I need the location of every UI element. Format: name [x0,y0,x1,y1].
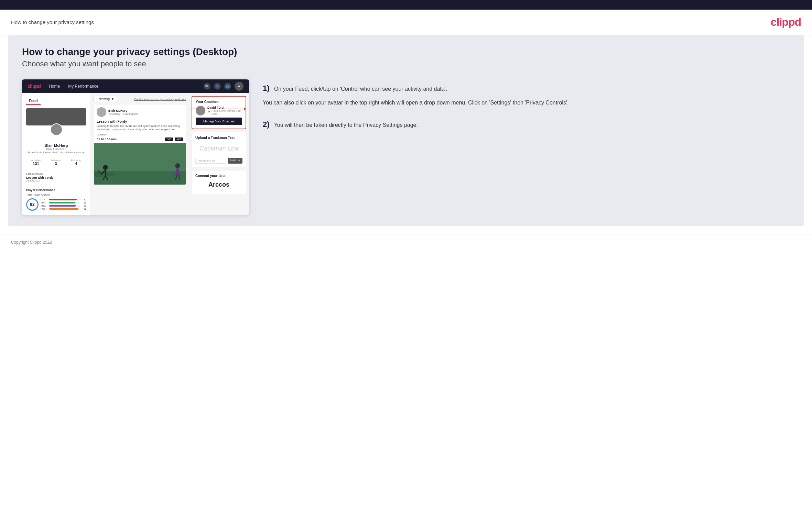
two-column-layout: clippd Home My Performance 🔍 👤 🌐 ▼ Feed [22,79,790,215]
tag-ott: OTT [165,137,173,141]
instructions-panel: 1) On your Feed, click/tap on 'Control w… [263,79,790,141]
post-duration: Duration [97,133,183,136]
coach-row: David Ford 📍 Royal North Devon Golf Club [196,106,242,115]
mini-logo: clippd [28,84,41,89]
mini-nav: clippd Home My Performance 🔍 👤 🌐 ▼ [22,79,249,93]
location-icon: 📍 [207,111,211,114]
header: How to change your privacy settings clip… [0,10,812,35]
control-privacy-link[interactable]: Control who can see your activity and da… [134,98,186,101]
post-tags: OTT APP [165,137,183,141]
bar-row-arg: ARG 86 [41,205,86,207]
post-body: Lesson with Fordy Looking to feel like m… [94,120,186,143]
mini-left-sidebar: Feed Blair McHarg Plus Handicap Royal No… [22,93,91,215]
instruction-step1-text: 1) On your Feed, click/tap on 'Control w… [263,82,790,107]
bar-row-putt: PUTT 96 [41,208,86,210]
profile-name: Blair McHarg [26,143,86,147]
profile-club: Royal North Devon Golf Club, United King… [26,151,86,154]
mini-main-feed: Following ▼ Control who can see your act… [91,93,189,215]
app-screenshot: clippd Home My Performance 🔍 👤 🌐 ▼ Feed [22,79,249,215]
quality-row: 92 OTT 90 APP 85 ARG 86 PUTT 9 [26,198,86,211]
user-icon: 👤 [214,83,221,90]
instruction-step2-text: 2) You will then be taken directly to th… [263,118,790,130]
performance-bars: OTT 90 APP 85 ARG 86 PUTT 96 [41,198,86,211]
svg-rect-10 [176,168,179,175]
mini-nav-performance: My Performance [68,84,98,89]
following-row: Following ▼ Control who can see your act… [94,96,186,102]
add-link-button[interactable]: Add Link [228,158,242,164]
profile-avatar [50,123,63,136]
clippd-logo: clippd [771,16,801,29]
quality-score: 92 [26,198,39,211]
stat-following: Following 4 [71,159,82,166]
stat-followers: Followers 3 [51,159,61,166]
bar-row-app: APP 85 [41,201,86,204]
top-bar [0,0,812,10]
footer: Copyright Clippd 2022 [0,234,812,250]
page-heading: How to change your privacy settings (Des… [22,46,790,57]
mini-nav-icons: 🔍 👤 🌐 ▼ [204,82,243,91]
copyright-text: Copyright Clippd 2022 [11,240,52,245]
mini-app-body: Feed Blair McHarg Plus Handicap Royal No… [22,93,249,215]
trackman-input-row: Trackman Link Add Link [195,158,242,164]
post-author-info: Blair McHarg Yesterday · Sunningdale [108,109,138,115]
search-icon: 🔍 [204,83,210,90]
svg-point-3 [103,165,108,170]
post-card: Blair McHarg Yesterday · Sunningdale Les… [94,104,186,185]
page-subheading: Choose what you want people to see [22,59,790,68]
profile-stats: Activities 131 Followers 3 Following 4 [26,157,86,168]
trackman-placeholder-text: Trackman Link [195,142,242,156]
post-image [94,143,186,185]
trackman-card: Upload a Trackman Test Trackman Link Tra… [192,132,246,167]
mini-right-panel: Your Coaches David Ford 📍 Royal North De… [189,93,249,215]
coach-avatar [196,106,205,115]
step2-num: 2) [263,120,270,129]
profile-handicap: Plus Handicap [26,147,86,151]
breadcrumb: How to change your privacy settings [11,19,94,25]
globe-icon: 🌐 [224,83,231,90]
coach-club-row: 📍 Royal North Devon Golf Club [207,109,242,115]
instruction-step2: 2) You will then be taken directly to th… [263,118,790,130]
post-author-avatar [97,107,106,117]
post-image-svg [94,143,186,185]
manage-coaches-button[interactable]: Manage Your Coaches [196,118,242,125]
avatar-button[interactable]: ▼ [235,82,243,91]
mini-nav-home: Home [49,84,60,89]
profile-info: Blair McHarg Plus Handicap Royal North D… [26,136,86,154]
latest-activity: Latest Activity Lesson with Fordy 03 Aug… [26,171,86,183]
stat-activities: Activities 131 [31,159,41,166]
connect-data-card: Connect your data Arccos [192,170,246,194]
bar-row-ott: OTT 90 [41,198,86,201]
post-header: Blair McHarg Yesterday · Sunningdale [94,104,186,120]
step1-num: 1) [263,84,270,92]
coaches-card: Your Coaches David Ford 📍 Royal North De… [192,96,246,129]
feed-tab[interactable]: Feed [26,97,41,105]
following-button[interactable]: Following ▼ [94,96,117,102]
main-content: How to change your privacy settings (Des… [8,35,804,226]
trackman-link-field[interactable]: Trackman Link [195,158,226,164]
tag-app: APP [175,137,183,141]
instruction-step1: 1) On your Feed, click/tap on 'Control w… [263,82,790,107]
svg-point-9 [175,163,180,168]
coach-info: David Ford 📍 Royal North Devon Golf Club [207,106,242,115]
player-performance: Player Performance Total Player Quality … [26,186,86,211]
